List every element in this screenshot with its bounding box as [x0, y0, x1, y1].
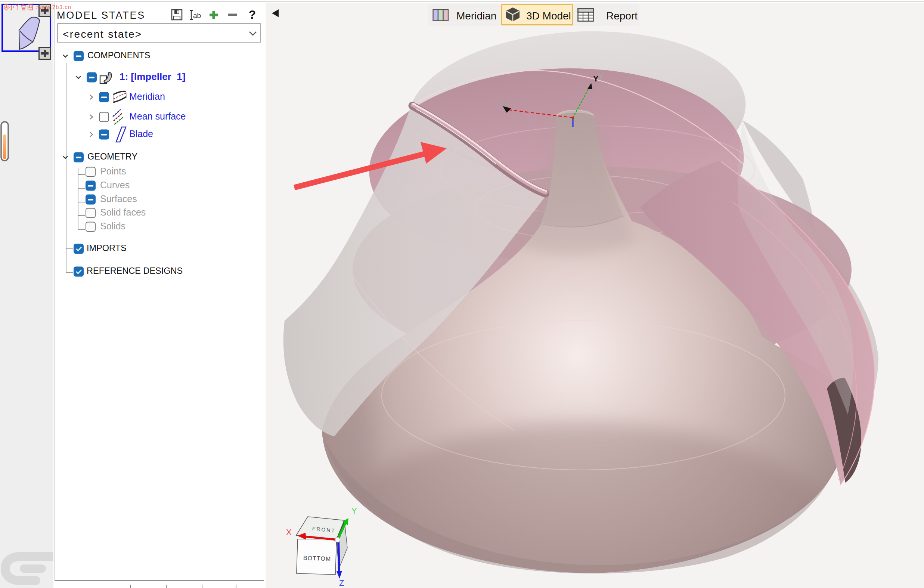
- svg-text:X: X: [286, 527, 292, 537]
- svg-text:BOTTOM: BOTTOM: [303, 555, 331, 562]
- svg-text:Y: Y: [351, 506, 357, 515]
- svg-text:Y: Y: [598, 72, 604, 81]
- svg-text:Z: Z: [339, 578, 344, 588]
- svg-text:Y: Y: [593, 74, 599, 83]
